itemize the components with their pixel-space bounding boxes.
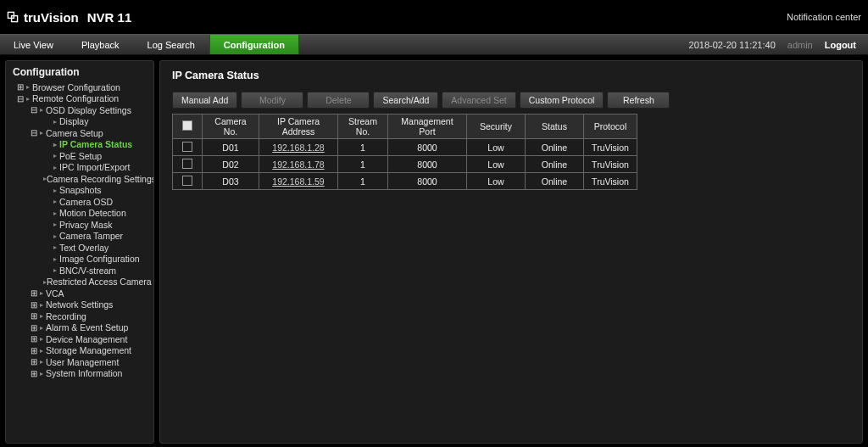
sidebar-item-privacy-mask[interactable]: ▸Privacy Mask — [9, 219, 150, 231]
custom-protocol-button[interactable]: Custom Protocol — [520, 92, 604, 109]
sidebar-item-storage-management[interactable]: ⊞▸Storage Management — [9, 345, 150, 357]
tree-toggle-icon[interactable]: ⊞ — [30, 357, 37, 366]
sidebar-item-restricted-access-camera[interactable]: ▸Restricted Access Camera — [9, 277, 150, 288]
cell-ip-link[interactable]: 192.168.1.59 — [259, 173, 338, 190]
cell-ip-link[interactable]: 192.168.1.28 — [259, 139, 338, 156]
tree-toggle-icon[interactable]: ⊟ — [16, 94, 24, 103]
refresh-button[interactable]: Refresh — [607, 92, 670, 109]
sidebar-item-text-overlay[interactable]: ▸Text Overlay — [9, 242, 150, 254]
cell-checkbox — [173, 156, 203, 173]
sidebar-item-label: Device Management — [46, 334, 127, 344]
sidebar-item-recording[interactable]: ⊞▸Recording — [9, 310, 150, 322]
brand-model: NVR 11 — [87, 10, 132, 25]
col-header-protocol: Protocol — [584, 115, 637, 139]
sidebar-item-label: IP Camera Status — [59, 139, 132, 149]
cell-value: D03 — [203, 173, 259, 190]
nav-datetime: 2018-02-20 11:21:40 — [689, 40, 776, 50]
cell-value: 1 — [338, 173, 388, 190]
tree-toggle-icon[interactable]: ⊞ — [30, 288, 37, 298]
cell-value: D01 — [203, 139, 259, 156]
row-checkbox[interactable] — [182, 159, 192, 169]
sidebar-item-label: OSD Display Settings — [46, 105, 131, 115]
sidebar-title: Configuration — [6, 61, 153, 81]
cell-value: D02 — [203, 156, 259, 173]
cell-value: Low — [467, 139, 526, 156]
cell-ip-link[interactable]: 192.168.1.78 — [259, 156, 338, 173]
advanced-set-button: Advanced Set — [442, 92, 515, 109]
sidebar-item-poe-setup[interactable]: ▸PoE Setup — [9, 150, 150, 162]
col-header-camera-no-: Camera No. — [203, 115, 259, 139]
tree-arrow-icon: ▸ — [51, 164, 59, 171]
search-add-button[interactable]: Search/Add — [373, 92, 438, 109]
sidebar-item-camera-tamper[interactable]: ▸Camera Tamper — [9, 231, 150, 243]
tree-toggle-icon[interactable]: ⊞ — [30, 323, 37, 332]
cell-value: Low — [467, 156, 526, 173]
sidebar-item-label: PoE Setup — [59, 151, 102, 161]
sidebar-item-device-management[interactable]: ⊞▸Device Management — [9, 333, 150, 345]
sidebar-item-label: Camera Recording Settings — [47, 174, 154, 184]
table-row[interactable]: D03192.168.1.5918000LowOnlineTruVision — [173, 173, 637, 190]
col-header-management-port: Management Port — [388, 115, 467, 139]
row-checkbox[interactable] — [182, 176, 192, 186]
tree-toggle-icon[interactable]: ⊞ — [30, 300, 37, 310]
tree-toggle-icon[interactable]: ⊞ — [30, 369, 37, 378]
nav-item-playback[interactable]: Playback — [68, 35, 134, 54]
sidebar-item-network-settings[interactable]: ⊞▸Network Settings — [9, 299, 150, 311]
notification-center-link[interactable]: Notification center — [787, 12, 861, 22]
cell-value: 1 — [338, 139, 388, 156]
sidebar-item-motion-detection[interactable]: ▸Motion Detection — [9, 208, 150, 220]
sidebar: Configuration ⊞▸Browser Configuration⊟▸R… — [5, 60, 154, 444]
tree-arrow-icon: ▸ — [37, 301, 46, 309]
sidebar-item-ipc-import-export[interactable]: ▸IPC Import/Export — [9, 162, 150, 174]
cell-value: Online — [526, 156, 584, 173]
cell-checkbox — [173, 139, 203, 156]
manual-add-button[interactable]: Manual Add — [172, 92, 237, 109]
sidebar-item-label: System Information — [46, 368, 122, 378]
sidebar-item-camera-setup[interactable]: ⊟▸Camera Setup — [9, 127, 150, 139]
tree-toggle-icon[interactable]: ⊞ — [30, 346, 37, 355]
sidebar-item-browser-configuration[interactable]: ⊞▸Browser Configuration — [9, 81, 150, 93]
sidebar-item-label: Camera Tamper — [59, 231, 123, 241]
sidebar-item-ip-camera-status[interactable]: ▸IP Camera Status — [9, 139, 150, 151]
cell-checkbox — [173, 173, 203, 190]
nav-item-log-search[interactable]: Log Search — [134, 35, 209, 54]
tree-toggle-icon[interactable]: ⊟ — [30, 105, 37, 115]
logout-link[interactable]: Logout — [825, 40, 856, 50]
select-all-checkbox[interactable] — [182, 120, 192, 131]
sidebar-item-label: Camera OSD — [59, 197, 113, 207]
tree-arrow-icon: ▸ — [51, 221, 59, 228]
sidebar-item-alarm-event-setup[interactable]: ⊞▸Alarm & Event Setup — [9, 322, 150, 334]
tree-arrow-icon: ▸ — [51, 198, 59, 205]
table-row[interactable]: D01192.168.1.2818000LowOnlineTruVision — [173, 139, 637, 156]
tree-arrow-icon: ▸ — [37, 106, 46, 114]
row-checkbox[interactable] — [182, 142, 192, 152]
sidebar-item-vca[interactable]: ⊞▸VCA — [9, 288, 150, 299]
main-nav: Live ViewPlaybackLog SearchConfiguration… — [0, 34, 868, 55]
sidebar-item-label: Restricted Access Camera — [47, 277, 152, 287]
sidebar-item-osd-display-settings[interactable]: ⊟▸OSD Display Settings — [9, 104, 150, 116]
tree-toggle-icon[interactable]: ⊞ — [16, 82, 24, 92]
sidebar-item-camera-osd[interactable]: ▸Camera OSD — [9, 196, 150, 208]
tree-toggle-icon[interactable]: ⊞ — [30, 311, 37, 321]
sidebar-item-bnc-v-stream[interactable]: ▸BNC/V-stream — [9, 265, 150, 277]
table-row[interactable]: D02192.168.1.7818000LowOnlineTruVision — [173, 156, 637, 173]
sidebar-item-label: BNC/V-stream — [59, 265, 116, 276]
sidebar-item-user-management[interactable]: ⊞▸User Management — [9, 356, 150, 368]
nav-item-live-view[interactable]: Live View — [0, 35, 68, 54]
sidebar-item-remote-configuration[interactable]: ⊟▸Remote Configuration — [9, 93, 150, 105]
tree-arrow-icon: ▸ — [51, 152, 59, 159]
cell-value: 8000 — [388, 139, 467, 156]
sidebar-item-label: Privacy Mask — [59, 220, 112, 230]
sidebar-item-camera-recording-settings[interactable]: ▸Camera Recording Settings — [9, 173, 150, 185]
sidebar-item-image-configuration[interactable]: ▸Image Configuration — [9, 254, 150, 265]
nav-item-configuration[interactable]: Configuration — [209, 35, 299, 54]
nav-status: 2018-02-20 11:21:40 admin Logout — [689, 35, 868, 54]
sidebar-item-snapshots[interactable]: ▸Snapshots — [9, 185, 150, 197]
tree-toggle-icon[interactable]: ⊞ — [30, 334, 37, 344]
tree-arrow-icon: ▸ — [51, 118, 59, 126]
sidebar-item-display[interactable]: ▸Display — [9, 116, 150, 128]
tree-arrow-icon: ▸ — [51, 210, 59, 217]
sidebar-item-system-information[interactable]: ⊞▸System Information — [9, 368, 150, 380]
sidebar-item-label: User Management — [46, 357, 119, 367]
tree-toggle-icon[interactable]: ⊟ — [30, 128, 37, 137]
